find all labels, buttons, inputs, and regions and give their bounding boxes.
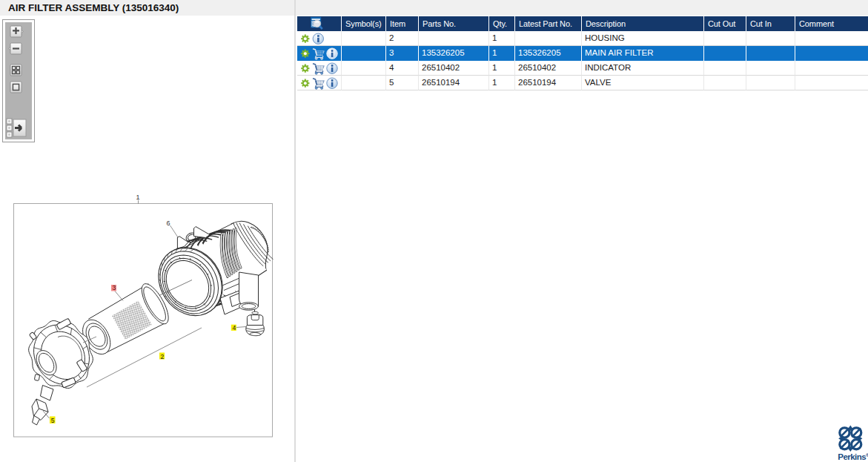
- svg-text:2: 2: [161, 353, 165, 360]
- svg-text:1: 1: [136, 194, 140, 201]
- svg-text:6: 6: [167, 220, 170, 227]
- svg-text:5: 5: [51, 417, 55, 424]
- svg-text:Perkins®: Perkins®: [838, 452, 868, 461]
- svg-text:3: 3: [113, 284, 116, 291]
- svg-text:4: 4: [232, 324, 236, 331]
